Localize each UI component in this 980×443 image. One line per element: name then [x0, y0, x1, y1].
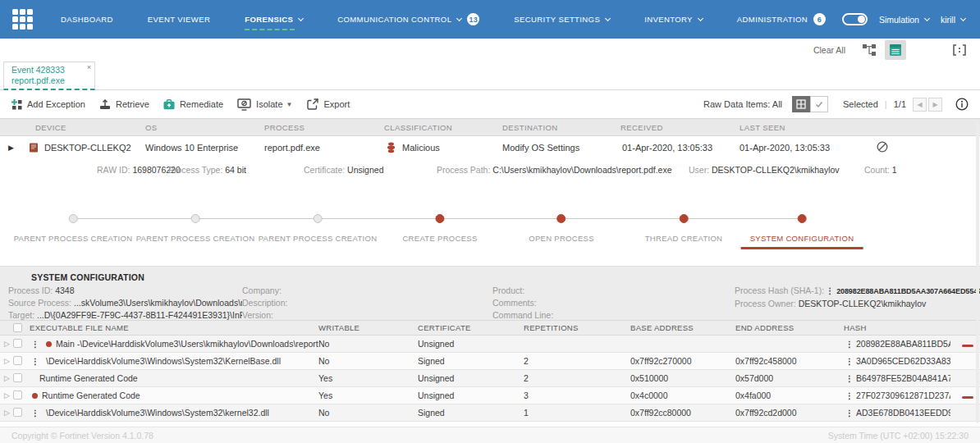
timeline-node-parent-process-creation[interactable]: PARENT PROCESS CREATION	[127, 214, 264, 247]
add-exception-icon	[11, 99, 22, 110]
blocked-icon[interactable]	[877, 141, 888, 153]
row-checkbox[interactable]	[13, 356, 22, 365]
expand-row-icon[interactable]: ▷	[0, 357, 13, 365]
add-exception-button[interactable]: Add Exception	[11, 99, 85, 110]
nav-item-forensics[interactable]: FORENSICS	[245, 15, 303, 24]
chevron-down-icon	[698, 15, 703, 21]
fullscreen-button[interactable]	[949, 40, 970, 60]
copyright-text: Copyright © Fortinet Version 4.1.0.78	[11, 431, 153, 441]
timeline-node-create-process[interactable]: CREATE PROCESS	[393, 214, 486, 247]
executable-row[interactable]: ▷ Runtime Generated Code Yes Unsigned 3 …	[0, 387, 980, 404]
kebab-menu-icon[interactable]: ⋮	[31, 357, 39, 366]
tab-event-428333[interactable]: Event 428333 report.pdf.exe ×	[3, 62, 95, 90]
collapse-row-icon[interactable]: ▶	[0, 144, 25, 152]
chevron-down-icon	[456, 15, 462, 21]
expand-row-icon[interactable]: ▷	[0, 374, 13, 382]
nav-item-event-viewer[interactable]: EVENT VIEWER	[148, 15, 210, 24]
prev-page-button[interactable]: ◀	[913, 98, 927, 112]
col-header-repetitions[interactable]: REPETITIONS	[524, 323, 630, 332]
col-header-end-address[interactable]: END ADDRESS	[735, 323, 844, 332]
isolate-button[interactable]: Isolate	[237, 98, 282, 111]
timeline-node-system-configuration[interactable]: SYSTEM CONFIGURATION	[741, 214, 863, 249]
expand-row-icon[interactable]: ▷	[0, 340, 13, 348]
nav-item-dashboard[interactable]: DASHBOARD	[61, 15, 113, 24]
kebab-menu-icon[interactable]: ⋮	[826, 286, 834, 295]
col-header-process[interactable]: PROCESS	[261, 123, 381, 132]
executable-row[interactable]: ▷ ⋮\Device\HarddiskVolume3\Windows\Syste…	[0, 353, 980, 370]
device-name: DESKTOP-CLLEKQ2	[44, 143, 131, 153]
last-seen-value: 01-Apr-2020, 13:05:33	[736, 143, 854, 153]
timeline-node-parent-process-creation[interactable]: PARENT PROCESS CREATION	[250, 214, 387, 247]
isolate-dropdown-caret[interactable]: ▼	[286, 101, 293, 108]
remediate-button[interactable]: Remediate	[163, 99, 223, 110]
col-header-base-address[interactable]: BASE ADDRESS	[630, 323, 735, 332]
nav-item-inventory[interactable]: INVENTORY	[644, 15, 703, 24]
certificate-value: Unsigned	[418, 339, 524, 349]
close-icon[interactable]: ×	[87, 63, 91, 71]
count-label: Count:	[864, 165, 890, 175]
row-checkbox[interactable]	[13, 390, 22, 400]
col-header-last-seen[interactable]: LAST SEEN	[736, 123, 854, 132]
system-time-text: System Time (UTC +02:00) 15:22:30	[828, 431, 969, 441]
row-checkbox[interactable]	[13, 408, 22, 417]
expand-row-icon[interactable]: ▷	[0, 391, 13, 400]
export-button[interactable]: Export	[307, 98, 350, 110]
simulation-toggle[interactable]	[842, 13, 868, 25]
process-timeline: PARENT PROCESS CREATION PARENT PROCESS C…	[0, 212, 980, 254]
repetitions-value: 2	[524, 356, 630, 366]
list-view-button[interactable]	[885, 40, 906, 60]
kebab-menu-icon[interactable]: ⋮	[845, 409, 854, 418]
timeline-dot	[680, 214, 689, 223]
timeline-node-open-process[interactable]: OPEN PROCESS	[520, 214, 603, 247]
writable-value: No	[318, 356, 418, 366]
raw-data-check-toggle[interactable]	[810, 96, 828, 112]
col-header-hash[interactable]: HASH	[844, 323, 950, 332]
nav-item-communication-control[interactable]: COMMUNICATION CONTROL13	[337, 13, 479, 25]
kebab-menu-icon[interactable]: ⋮	[31, 340, 39, 349]
info-button[interactable]	[955, 98, 969, 111]
col-header-certificate[interactable]: CERTIFICATE	[418, 323, 524, 332]
kebab-menu-icon[interactable]: ⋮	[845, 357, 854, 366]
tree-view-button[interactable]	[859, 40, 880, 60]
col-header-destination[interactable]: DESTINATION	[499, 123, 617, 132]
kebab-menu-icon[interactable]: ⋮	[31, 409, 39, 418]
user-menu[interactable]: kirill	[941, 15, 965, 25]
row-checkbox[interactable]	[13, 373, 22, 382]
malicious-icon	[387, 142, 396, 153]
fullscreen-icon	[953, 44, 966, 56]
panel-col-4: Process Hash (SHA-1):⋮208982E88ABA811BD5…	[735, 285, 980, 322]
executable-row[interactable]: ▷ ⋮Main -\Device\HarddiskVolume3\Users\k…	[0, 336, 980, 353]
process-type-label: Process Type:	[168, 165, 222, 175]
isolate-label: Isolate	[256, 99, 282, 109]
system-configuration-panel: SYSTEM CONFIGURATION Process ID: 4348 So…	[0, 266, 980, 320]
kebab-menu-icon[interactable]: ⋮	[845, 340, 854, 349]
col-header-executable-file-name[interactable]: EXECUTABLE FILE NAME	[30, 323, 318, 332]
nav-item-security-settings[interactable]: SECURITY SETTINGS	[514, 15, 610, 24]
col-header-os[interactable]: OS	[142, 123, 261, 132]
fortinet-logo-icon[interactable]	[12, 9, 34, 30]
process-value: report.pdf.exe	[261, 143, 381, 153]
col-header-device[interactable]: DEVICE	[25, 123, 142, 132]
col-header-received[interactable]: RECEIVED	[617, 123, 736, 132]
col-header-classification[interactable]: CLASSIFICATION	[381, 123, 499, 132]
simulation-menu[interactable]: Simulation	[879, 15, 929, 25]
executable-row[interactable]: ▷ Runtime Generated Code Yes Unsigned 2 …	[0, 370, 980, 387]
clear-all-button[interactable]: Clear All	[813, 45, 845, 55]
kebab-menu-icon[interactable]: ⋮	[845, 374, 854, 383]
row-checkbox[interactable]	[13, 339, 22, 348]
next-page-button[interactable]: ▶	[928, 98, 942, 112]
kebab-menu-icon[interactable]: ⋮	[845, 391, 854, 400]
timeline-node-thread-creation[interactable]: THREAD CREATION	[636, 214, 732, 247]
retrieve-button[interactable]: Retrieve	[99, 99, 149, 110]
repetitions-value: 2	[524, 373, 630, 383]
vertical-scrollbar[interactable]	[976, 121, 979, 423]
col-header-writable[interactable]: WRITABLE	[318, 323, 418, 332]
timeline-node-parent-process-creation[interactable]: PARENT PROCESS CREATION	[5, 214, 142, 247]
user-label: User:	[689, 165, 709, 175]
raw-data-grid-toggle[interactable]	[792, 96, 810, 112]
executable-row[interactable]: ▷ ⋮\Device\HarddiskVolume3\Windows\Syste…	[0, 404, 980, 422]
expand-row-icon[interactable]: ▷	[0, 409, 13, 417]
nav-item-administration[interactable]: ADMINISTRATION6	[737, 13, 826, 25]
event-row[interactable]: ▶ DESKTOP-CLLEKQ2 Windows 10 Enterprise …	[0, 136, 980, 158]
select-all-checkbox[interactable]	[13, 323, 22, 332]
